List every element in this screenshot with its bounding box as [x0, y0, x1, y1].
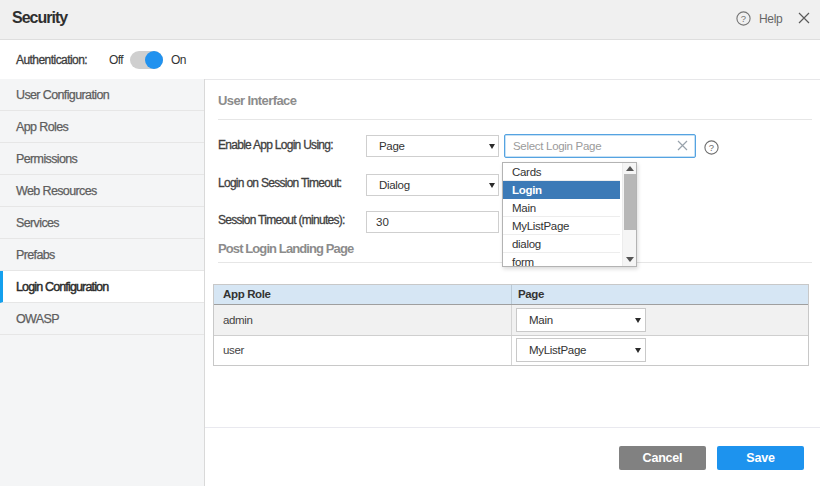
- svg-text:?: ?: [709, 142, 714, 153]
- svg-text:?: ?: [741, 13, 746, 24]
